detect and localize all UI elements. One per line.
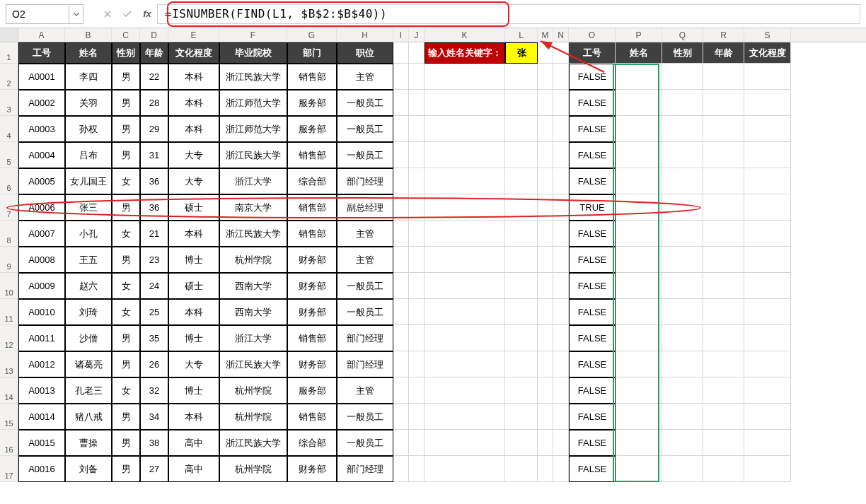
cell-age[interactable]: 31 <box>140 142 168 168</box>
cell-name[interactable]: 孔老三 <box>65 377 112 404</box>
cell-school[interactable]: 浙江民族大学 <box>219 142 287 168</box>
cell-blank[interactable] <box>703 325 744 351</box>
cell-blank[interactable] <box>744 325 791 351</box>
cell-pos[interactable]: 一般员工 <box>337 273 393 299</box>
cell-dept[interactable]: 销售部 <box>287 194 337 221</box>
cell-blank[interactable] <box>538 377 553 404</box>
col-header-P[interactable]: P <box>616 28 662 42</box>
cell-name[interactable]: 张三 <box>65 194 112 221</box>
cell-result-O[interactable]: FALSE <box>569 90 616 116</box>
cell-id[interactable]: A0006 <box>18 194 65 221</box>
cell-blank[interactable] <box>553 325 569 351</box>
cell-blank[interactable] <box>744 194 791 221</box>
cell-pos[interactable]: 主管 <box>337 221 393 247</box>
cell-blank[interactable] <box>425 430 505 456</box>
col-header-J[interactable]: J <box>409 28 425 42</box>
cell-school[interactable]: 浙江师范大学 <box>219 116 287 142</box>
cell-school[interactable]: 浙江民族大学 <box>219 221 287 247</box>
cell-pos[interactable]: 一般员工 <box>337 404 393 430</box>
cell-school[interactable]: 浙江民族大学 <box>219 430 287 456</box>
cell-blank[interactable] <box>409 247 425 273</box>
cell-sex[interactable]: 男 <box>112 64 140 90</box>
cell-blank[interactable] <box>553 404 569 430</box>
cell-blank[interactable] <box>662 325 703 351</box>
header-dept[interactable]: 部门 <box>287 42 337 64</box>
cell-blank[interactable] <box>616 194 662 221</box>
cell-sex[interactable]: 男 <box>112 325 140 351</box>
cell-result-O[interactable]: TRUE <box>569 194 616 221</box>
cell-blank[interactable] <box>744 168 791 194</box>
cell-blank[interactable] <box>616 456 662 482</box>
cell-blank[interactable] <box>538 194 553 221</box>
cells-area[interactable]: 工号 姓名 性别 年龄 文化程度 毕业院校 部门 职位 输入姓名关键字： 张 工… <box>18 42 866 482</box>
cell-sex[interactable]: 男 <box>112 247 140 273</box>
cell-blank[interactable] <box>662 299 703 325</box>
cell-blank[interactable] <box>553 194 569 221</box>
name-box-dropdown[interactable] <box>69 4 83 24</box>
cell-blank[interactable] <box>425 116 505 142</box>
cell-school[interactable]: 杭州学院 <box>219 404 287 430</box>
cell-blank[interactable] <box>744 90 791 116</box>
cell-age[interactable]: 34 <box>140 404 168 430</box>
cell-sex[interactable]: 男 <box>112 90 140 116</box>
cell-age[interactable]: 27 <box>140 456 168 482</box>
enter-formula-icon[interactable] <box>119 6 136 23</box>
result-header-age[interactable]: 年龄 <box>703 42 744 64</box>
cell-school[interactable]: 浙江师范大学 <box>219 90 287 116</box>
formula-input[interactable]: =ISNUMBER(FIND(L1, $B$2:$B$40)) <box>157 4 860 24</box>
cell-blank[interactable] <box>393 116 409 142</box>
cell-blank[interactable] <box>393 142 409 168</box>
cell-blank[interactable] <box>703 116 744 142</box>
cell-result-O[interactable]: FALSE <box>569 221 616 247</box>
cell-id[interactable]: A0010 <box>18 299 65 325</box>
cell-blank[interactable] <box>662 351 703 377</box>
cell-age[interactable]: 36 <box>140 194 168 221</box>
cell-dept[interactable]: 销售部 <box>287 325 337 351</box>
cell-result-O[interactable]: FALSE <box>569 247 616 273</box>
cell-blank[interactable] <box>703 90 744 116</box>
cell-edu[interactable]: 博士 <box>168 325 219 351</box>
cell-blank[interactable] <box>553 247 569 273</box>
header-pos[interactable]: 职位 <box>337 42 393 64</box>
cell-edu[interactable]: 大专 <box>168 142 219 168</box>
cell-school[interactable]: 浙江民族大学 <box>219 64 287 90</box>
cell-dept[interactable]: 综合部 <box>287 168 337 194</box>
cell-age[interactable]: 36 <box>140 168 168 194</box>
cell-blank[interactable] <box>703 351 744 377</box>
cell-blank[interactable] <box>703 273 744 299</box>
cell-blank[interactable] <box>425 456 505 482</box>
cell-age[interactable]: 23 <box>140 247 168 273</box>
cell-blank[interactable] <box>616 273 662 299</box>
cell-id[interactable]: A0016 <box>18 456 65 482</box>
cell-name[interactable]: 诸葛亮 <box>65 351 112 377</box>
row-header-14[interactable]: 14 <box>0 377 18 404</box>
cell-blank[interactable] <box>505 299 538 325</box>
cell-age[interactable]: 21 <box>140 221 168 247</box>
cell-school[interactable]: 杭州学院 <box>219 456 287 482</box>
cell-blank[interactable] <box>409 377 425 404</box>
cell-blank[interactable] <box>616 325 662 351</box>
cell-name[interactable]: 李四 <box>65 64 112 90</box>
cell-school[interactable]: 杭州学院 <box>219 377 287 404</box>
cell-id[interactable]: A0008 <box>18 247 65 273</box>
cell-blank[interactable] <box>409 299 425 325</box>
name-box[interactable]: O2 <box>6 4 69 24</box>
cell-age[interactable]: 24 <box>140 273 168 299</box>
cell-sex[interactable]: 女 <box>112 221 140 247</box>
cell-blank[interactable] <box>553 377 569 404</box>
cell-sex[interactable]: 女 <box>112 168 140 194</box>
cell-blank[interactable] <box>703 404 744 430</box>
cell-blank[interactable] <box>425 194 505 221</box>
cell-blank[interactable] <box>409 90 425 116</box>
cell-blank[interactable] <box>409 430 425 456</box>
cell-name[interactable]: 女儿国王 <box>65 168 112 194</box>
cell-blank[interactable] <box>744 142 791 168</box>
cell-id[interactable]: A0012 <box>18 351 65 377</box>
header-edu[interactable]: 文化程度 <box>168 42 219 64</box>
cell-blank[interactable] <box>538 116 553 142</box>
cell-blank[interactable] <box>505 325 538 351</box>
cell-blank[interactable] <box>425 273 505 299</box>
cell-pos[interactable]: 一般员工 <box>337 299 393 325</box>
cell-blank[interactable] <box>409 168 425 194</box>
cell-blank[interactable] <box>662 194 703 221</box>
